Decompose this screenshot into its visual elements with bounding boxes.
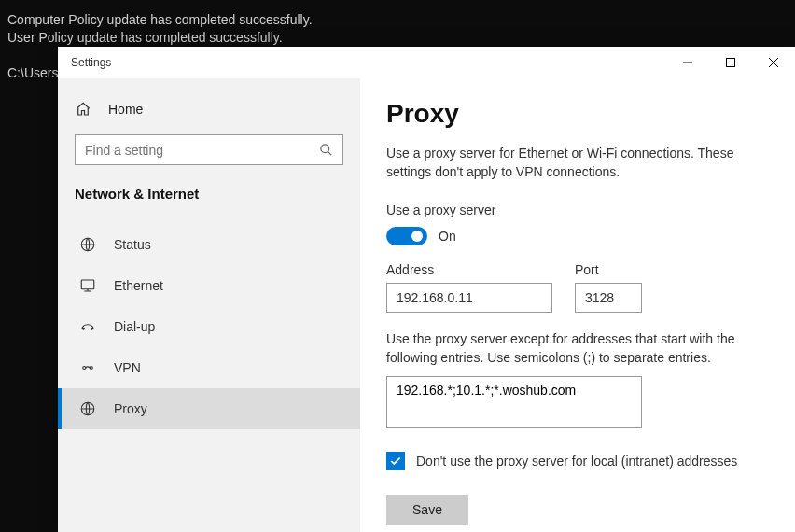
home-link[interactable]: Home: [58, 99, 360, 134]
sidebar-item-vpn[interactable]: VPN: [58, 347, 360, 388]
dialup-icon: [78, 318, 97, 335]
sidebar-item-status[interactable]: Status: [58, 224, 360, 265]
svg-rect-0: [727, 59, 735, 67]
search-icon: [319, 143, 333, 157]
maximize-icon: [726, 58, 735, 67]
titlebar: Settings: [58, 47, 795, 78]
window-controls: [666, 47, 795, 78]
toggle-state: On: [439, 229, 456, 244]
exceptions-input[interactable]: [386, 376, 642, 428]
settings-window: Settings Home: [58, 47, 795, 532]
toggle-label: Use a proxy server: [386, 203, 769, 217]
svg-point-4: [83, 328, 85, 329]
exceptions-description: Use the proxy server except for addresse…: [386, 329, 769, 368]
svg-point-7: [90, 367, 92, 370]
svg-point-1: [321, 145, 329, 153]
sidebar-item-label: Ethernet: [114, 278, 163, 293]
port-label: Port: [575, 262, 642, 277]
close-button[interactable]: [752, 47, 795, 78]
local-bypass-checkbox[interactable]: [386, 452, 405, 470]
svg-rect-3: [81, 280, 94, 289]
close-icon: [769, 58, 778, 67]
nav-list: Status Ethernet Dial-up: [58, 218, 360, 429]
sidebar-item-dialup[interactable]: Dial-up: [58, 306, 360, 347]
maximize-button[interactable]: [709, 47, 752, 78]
window-title: Settings: [71, 56, 111, 69]
proxy-icon: [78, 400, 97, 417]
page-description: Use a proxy server for Ethernet or Wi-Fi…: [386, 144, 769, 182]
terminal-line: User Policy update has completed success…: [7, 30, 283, 45]
page-title: Proxy: [386, 99, 769, 129]
save-button[interactable]: Save: [386, 495, 468, 525]
local-bypass-label: Don't use the proxy server for local (in…: [416, 454, 737, 469]
sidebar-item-label: Status: [114, 237, 151, 252]
toggle-knob-icon: [411, 231, 423, 242]
address-label: Address: [386, 262, 552, 277]
search-input[interactable]: [75, 134, 343, 165]
vpn-icon: [78, 359, 97, 376]
home-label: Home: [108, 102, 143, 117]
sidebar-item-ethernet[interactable]: Ethernet: [58, 265, 360, 306]
sidebar-item-label: VPN: [114, 360, 141, 375]
status-icon: [78, 236, 97, 253]
search-field[interactable]: [85, 143, 319, 158]
address-input[interactable]: [386, 283, 552, 313]
ethernet-icon: [78, 277, 97, 294]
sidebar-item-proxy[interactable]: Proxy: [58, 388, 360, 429]
port-input[interactable]: [575, 283, 642, 313]
sidebar: Home Network & Internet Status: [58, 78, 360, 532]
terminal-prompt: C:\Users: [7, 65, 58, 80]
terminal-line: Computer Policy update has completed suc…: [7, 12, 313, 27]
minimize-icon: [683, 58, 692, 67]
proxy-toggle[interactable]: [386, 227, 427, 245]
minimize-button[interactable]: [666, 47, 709, 78]
svg-point-5: [91, 328, 93, 329]
sidebar-item-label: Proxy: [114, 401, 147, 416]
sidebar-item-label: Dial-up: [114, 319, 155, 334]
section-title: Network & Internet: [58, 186, 360, 218]
svg-point-6: [83, 367, 86, 370]
check-icon: [389, 455, 402, 468]
home-icon: [75, 101, 93, 118]
main-panel: Proxy Use a proxy server for Ethernet or…: [360, 78, 795, 532]
